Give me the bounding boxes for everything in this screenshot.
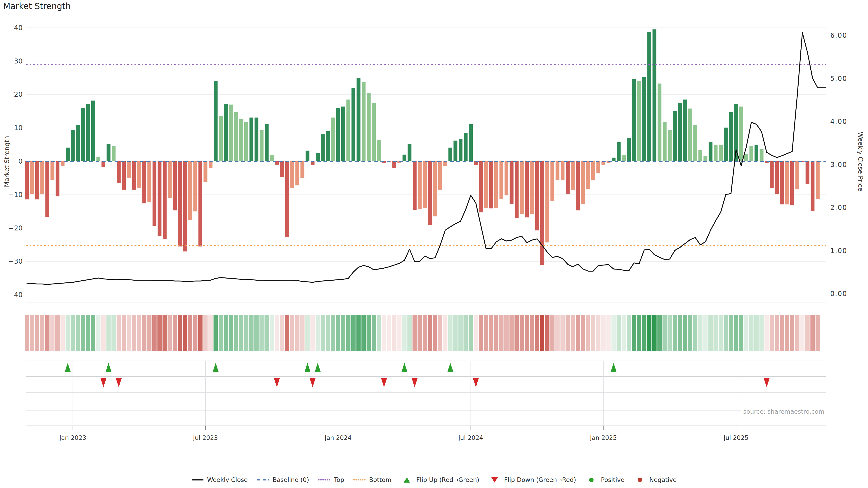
heatmap-cell <box>336 315 340 351</box>
strength-bar <box>632 79 636 161</box>
strength-bar <box>668 130 672 161</box>
heatmap-cell <box>760 315 764 351</box>
legend-item: Flip Down (Green→Red) <box>488 476 576 483</box>
left-axis-tick-label: −20 <box>8 224 23 232</box>
heatmap-cell <box>530 315 534 351</box>
strength-bar <box>678 103 682 161</box>
heatmap-cell <box>50 315 55 351</box>
heatmap-cell <box>433 315 437 351</box>
legend-item: Top <box>318 476 344 483</box>
heatmap-cell <box>815 315 820 351</box>
heatmap-cell <box>60 315 65 351</box>
heatmap-cell <box>377 315 381 351</box>
heatmap-cell <box>265 315 269 351</box>
strength-bar <box>219 116 223 161</box>
flip-up-marker <box>447 363 453 372</box>
x-tick-label: Jan 2024 <box>324 434 351 441</box>
strength-bar <box>76 125 80 161</box>
strength-bar <box>372 103 376 161</box>
heatmap-cell <box>632 315 636 351</box>
legend-label: Bottom <box>369 476 392 483</box>
heatmap-cell <box>117 315 121 351</box>
heatmap-cell <box>795 315 800 351</box>
strength-bar <box>489 161 493 208</box>
strength-bar <box>510 161 514 204</box>
flip-down-marker <box>412 378 417 387</box>
strength-bar <box>250 118 253 161</box>
flip-up-marker <box>611 363 617 372</box>
strength-bar <box>367 93 371 161</box>
strength-bar <box>811 161 814 211</box>
strength-bar <box>494 161 498 207</box>
heatmap-cell <box>693 315 698 351</box>
heatmap-cell <box>310 315 315 351</box>
heatmap-cell <box>698 315 703 351</box>
left-axis-tick-label: 40 <box>14 24 23 32</box>
heatmap-cell <box>560 315 565 351</box>
strength-bar <box>254 118 258 161</box>
strength-bar <box>86 104 90 161</box>
heatmap-cell <box>76 315 80 351</box>
strength-bar <box>688 108 692 161</box>
strength-bar <box>198 161 202 247</box>
heatmap-cell <box>25 315 29 351</box>
strength-bar <box>749 146 753 161</box>
strength-bar <box>591 161 595 180</box>
legend-label: Top <box>334 476 344 483</box>
legend-label: Flip Up (Red→Green) <box>416 476 479 483</box>
strength-bar <box>40 161 44 194</box>
heatmap-cell <box>601 315 606 351</box>
strength-bar <box>535 161 539 230</box>
heatmap-cell <box>300 315 305 351</box>
heatmap-cell <box>198 315 203 351</box>
legend-label: Negative <box>649 476 677 483</box>
legend-label: Weekly Close <box>207 476 248 483</box>
heatmap-cell <box>183 315 187 351</box>
heatmap-cell <box>331 315 335 351</box>
strength-bar <box>443 161 447 166</box>
heatmap-cell <box>688 315 692 351</box>
flip-up-marker <box>65 363 71 372</box>
left-axis-tick-label: −10 <box>8 191 23 199</box>
strength-bar <box>515 161 519 218</box>
heatmap-cell <box>484 315 488 351</box>
left-axis-tick-label: −40 <box>8 291 23 299</box>
strength-bar <box>729 112 733 161</box>
heatmap-cell <box>55 315 60 351</box>
strength-bar <box>71 130 75 161</box>
heatmap-cell <box>214 315 218 351</box>
heatmap-cell <box>244 315 248 351</box>
strength-bar <box>224 104 228 161</box>
heatmap-cell <box>40 315 44 351</box>
right-axis-tick-label: 0.00 <box>830 290 847 297</box>
strength-bar <box>393 161 396 168</box>
strength-bar <box>265 124 269 161</box>
strength-bar <box>362 82 366 161</box>
flip-down-marker <box>274 378 280 387</box>
heatmap-cell <box>724 315 728 351</box>
heatmap-cell <box>805 315 810 351</box>
heatmap-cell <box>188 315 192 351</box>
heatmap-cell <box>112 315 116 351</box>
legend-swatch-triangle-up-icon <box>401 477 413 483</box>
heatmap-cell <box>219 315 223 351</box>
flip-up-marker <box>305 363 310 372</box>
heatmap-cell <box>35 315 39 351</box>
heatmap-cell <box>351 315 355 351</box>
heatmap-cell <box>520 315 524 351</box>
strength-bar <box>806 161 809 184</box>
heatmap-cell <box>346 315 350 351</box>
heatmap-cell <box>642 315 646 351</box>
heatmap-cell <box>402 315 407 351</box>
heatmap-cell <box>662 315 667 351</box>
heatmap-cell <box>545 315 550 351</box>
heatmap-cell <box>744 315 748 351</box>
strength-bar <box>61 161 64 166</box>
heatmap-cell <box>703 315 708 351</box>
strength-bar <box>530 161 534 215</box>
legend-swatch-dotted-icon <box>318 477 331 483</box>
strength-bar <box>96 157 100 161</box>
source-attribution: source: sharemaestro.com <box>741 408 826 415</box>
strength-bar <box>301 161 304 178</box>
flip-down-marker <box>381 378 387 387</box>
